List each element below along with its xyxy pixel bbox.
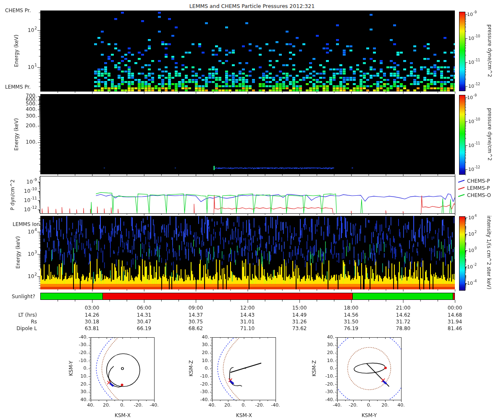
panel1-title: CHEMS Pr.: [5, 8, 31, 13]
sunlight-bar: [40, 293, 455, 300]
panel2-title: LEMMS Pr.: [5, 84, 31, 90]
page-title: LEMMS and CHEMS Particle Pressures 2012:…: [0, 3, 504, 9]
row-label-rs: Rs: [0, 319, 37, 325]
time-tick-label: 18:00: [332, 305, 370, 311]
lemms-ions-spectrogram: [40, 216, 455, 289]
panel4-ylabel: Energy (keV): [15, 236, 21, 268]
legend-label: LEMMS-P: [467, 185, 490, 191]
orbit2-ylabel: KSM-Z: [188, 360, 194, 376]
rs-value: 31.01: [228, 319, 266, 325]
panel3-ylabel: P dyn/cm^2: [10, 179, 16, 210]
time-tick-label: 09:00: [177, 305, 215, 311]
legend-swatch-chems-p: [458, 179, 465, 183]
orbit2-xlabel: KSM-X: [231, 412, 257, 418]
legend-swatch-chems-o: [458, 193, 465, 197]
legend-item-chems-p: CHEMS-P: [458, 178, 490, 184]
chems-pressure-spectrogram: [40, 10, 455, 92]
lt-value: 14.37: [177, 312, 215, 318]
rs-value: 31.26: [281, 319, 318, 325]
orbit1-xlabel: KSM-X: [110, 412, 135, 418]
orbit1-ylabel: KSM-Y: [68, 361, 74, 376]
time-tick-label: 03:00: [73, 305, 111, 311]
lt-value: 14.49: [281, 312, 318, 318]
panel2-ylabel: Energy (keV): [13, 118, 19, 150]
lemms-pressure-spectrogram: [40, 94, 455, 174]
plot-page: LEMMS and CHEMS Particle Pressures 2012:…: [0, 0, 504, 420]
sunlight-segment-night: [453, 293, 454, 299]
row-label-dipole: Dipole L: [0, 326, 37, 331]
row-label-lt: LT (hrs): [0, 312, 37, 318]
rs-value: 30.47: [125, 319, 163, 325]
lt-value: 14.56: [332, 312, 370, 318]
rs-value: 31.50: [332, 319, 370, 325]
lt-value: 14.68: [436, 312, 474, 318]
pressure-colorbar-1: [458, 9, 504, 94]
pressure-colorbar-2: [458, 93, 504, 178]
lt-value: 14.43: [228, 312, 266, 318]
intensity-colorbar: [458, 214, 504, 294]
pressure-line-plot: [40, 176, 455, 213]
panel1-ylabel: Energy (keV): [13, 34, 19, 67]
legend-item-lemms-p: LEMMS-P: [458, 185, 490, 191]
time-tick-label: 21:00: [384, 305, 422, 311]
sunlight-segment-day: [41, 293, 103, 299]
lt-value: 14.26: [73, 312, 111, 318]
colorbar4-label: intensity 1/(s cm^2 ster keV): [486, 215, 492, 289]
colorbar1-label: pressure dyne/cm^2: [487, 24, 493, 77]
rs-value: 31.94: [436, 319, 474, 325]
orbit-plot-ksmx-ksmy: [63, 328, 181, 420]
orbit-plot-ksmx-ksmz: [181, 328, 298, 420]
rs-value: 31.72: [384, 319, 422, 325]
legend-item-chems-o: CHEMS-O: [458, 192, 491, 198]
panel4-title: LEMMS Ions: [13, 221, 42, 227]
time-tick-label: 06:00: [125, 305, 163, 311]
rs-value: 30.18: [73, 319, 111, 325]
legend-label: CHEMS-O: [467, 192, 491, 198]
rs-value: 30.75: [177, 319, 215, 325]
orbit3-ylabel: KSM-Z: [311, 360, 317, 376]
colorbar2-label: pressure dyne/cm^2: [487, 108, 493, 160]
time-tick-label: 00:00: [436, 305, 474, 311]
sunlight-segment-night: [103, 293, 353, 299]
legend-swatch-lemms-p: [458, 186, 465, 190]
sunlight-segment-day: [353, 293, 453, 299]
lt-value: 14.62: [384, 312, 422, 318]
time-tick-label: 15:00: [281, 305, 318, 311]
sunlight-label: Sunlight?: [12, 294, 35, 299]
legend-label: CHEMS-P: [467, 178, 490, 184]
lt-value: 14.31: [125, 312, 163, 318]
orbit3-xlabel: KSM-Y: [357, 412, 382, 418]
time-tick-label: 12:00: [228, 305, 266, 311]
dipole-value: 81.46: [436, 326, 474, 331]
